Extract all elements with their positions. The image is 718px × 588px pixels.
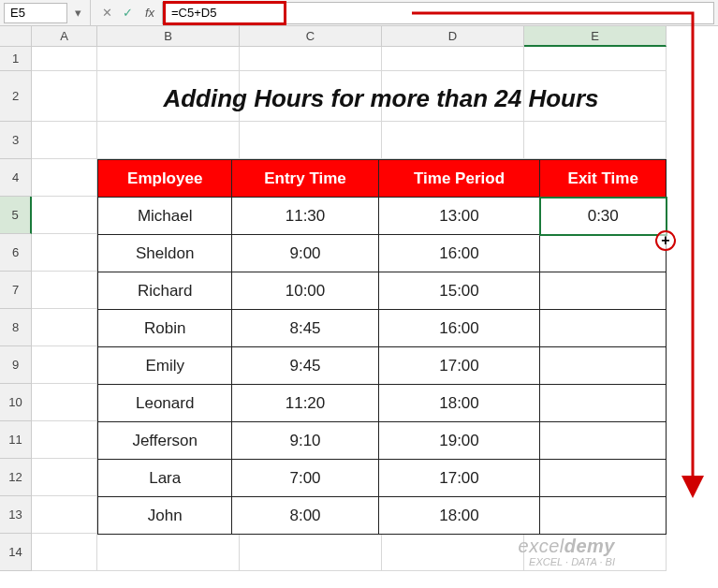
cell[interactable] <box>32 421 97 459</box>
cell-exit[interactable] <box>540 235 667 272</box>
cell-employee[interactable]: Sheldon <box>98 235 232 272</box>
formula-bar: E5 ▾ ✕ ✓ fx =C5+D5 <box>0 0 718 26</box>
cell[interactable] <box>32 459 97 496</box>
cancel-icon[interactable]: ✕ <box>96 6 117 20</box>
col-time-period[interactable]: Time Period <box>378 160 540 198</box>
formula-input[interactable]: =C5+D5 <box>162 2 714 24</box>
row-header-1[interactable]: 1 <box>0 47 32 71</box>
cell-exit[interactable] <box>540 347 667 385</box>
plus-cursor-icon: + <box>661 233 669 248</box>
row-header-14[interactable]: 14 <box>0 534 32 571</box>
cell-employee[interactable]: Richard <box>98 272 232 310</box>
cell-employee[interactable]: Michael <box>98 198 232 235</box>
cell-period[interactable]: 17:00 <box>378 347 540 385</box>
row-header-6[interactable]: 6 <box>0 234 32 272</box>
fx-icon[interactable]: fx <box>138 6 162 20</box>
cell-exit[interactable] <box>540 310 667 347</box>
cell-period[interactable]: 18:00 <box>378 385 540 422</box>
cell-exit[interactable] <box>540 385 667 422</box>
name-box[interactable]: E5 <box>4 3 67 23</box>
col-exit-time[interactable]: Exit Time <box>540 160 667 198</box>
cell-entry[interactable]: 9:00 <box>232 235 378 272</box>
cell-period[interactable]: 16:00 <box>378 235 540 272</box>
cell-period[interactable]: 15:00 <box>378 272 540 310</box>
cell-period[interactable]: 18:00 <box>378 497 540 535</box>
cell[interactable] <box>32 496 97 534</box>
cell[interactable] <box>32 272 97 309</box>
cell[interactable] <box>32 122 97 159</box>
cell[interactable] <box>32 534 97 571</box>
cell-employee[interactable]: John <box>98 497 232 535</box>
fill-handle-cursor-icon[interactable]: + <box>655 230 676 251</box>
cell-employee[interactable]: Leonard <box>98 385 232 422</box>
cell-period[interactable]: 17:00 <box>378 460 540 497</box>
formula-text: =C5+D5 <box>163 1 286 25</box>
cell-entry[interactable]: 9:10 <box>232 422 378 460</box>
col-header-C[interactable]: C <box>240 26 382 47</box>
col-header-D[interactable]: D <box>382 26 524 47</box>
cell[interactable] <box>524 122 667 159</box>
watermark-brand-right: demy <box>564 536 615 556</box>
cell-exit[interactable] <box>540 272 667 310</box>
row-header-7[interactable]: 7 <box>0 272 32 309</box>
cell[interactable] <box>32 197 97 234</box>
cell[interactable] <box>32 234 97 272</box>
cell-entry[interactable]: 9:45 <box>232 347 378 385</box>
row-header-3[interactable]: 3 <box>0 122 32 159</box>
cell[interactable] <box>382 534 524 571</box>
cell[interactable] <box>97 122 240 159</box>
cell[interactable] <box>240 122 382 159</box>
cell[interactable] <box>32 346 97 384</box>
cell-period[interactable]: 16:00 <box>378 310 540 347</box>
row-header-9[interactable]: 9 <box>0 346 32 384</box>
row-header-13[interactable]: 13 <box>0 496 32 534</box>
cell[interactable] <box>382 122 524 159</box>
page-title: Adding Hours for more than 24 Hours <box>105 84 657 113</box>
cell-exit[interactable] <box>540 422 667 460</box>
cell-entry[interactable]: 11:20 <box>232 385 378 422</box>
cell[interactable] <box>240 47 382 71</box>
watermark: exceldemy EXCEL · DATA · BI <box>519 536 615 567</box>
cell-entry[interactable]: 8:00 <box>232 497 378 535</box>
cell[interactable] <box>97 47 240 71</box>
cell-employee[interactable]: Robin <box>98 310 232 347</box>
cell[interactable] <box>240 534 382 571</box>
enter-check-icon[interactable]: ✓ <box>117 6 138 20</box>
col-header-A[interactable]: A <box>32 26 97 47</box>
cell-exit[interactable] <box>540 460 667 497</box>
col-header-E[interactable]: E <box>524 26 667 47</box>
row-header-8[interactable]: 8 <box>0 309 32 346</box>
row-header-4[interactable]: 4 <box>0 159 32 197</box>
row-header-5[interactable]: 5 <box>0 197 32 234</box>
cell-employee[interactable]: Emily <box>98 347 232 385</box>
cell-employee[interactable]: Jefferson <box>98 422 232 460</box>
cell[interactable] <box>32 384 97 421</box>
cell[interactable] <box>32 47 97 71</box>
select-all-corner[interactable] <box>0 26 32 47</box>
cell[interactable] <box>97 534 240 571</box>
cell-entry[interactable]: 11:30 <box>232 198 378 235</box>
col-entry-time[interactable]: Entry Time <box>232 160 378 198</box>
cell-entry[interactable]: 7:00 <box>232 460 378 497</box>
cell-period[interactable]: 19:00 <box>378 422 540 460</box>
row-header-2[interactable]: 2 <box>0 71 32 122</box>
table-row: Emily 9:45 17:00 <box>98 347 667 385</box>
cell-exit-selected[interactable]: 0:30 <box>540 198 667 235</box>
cell[interactable] <box>32 71 97 122</box>
row-header-11[interactable]: 11 <box>0 421 32 459</box>
cell-exit[interactable] <box>540 497 667 535</box>
row-header-12[interactable]: 12 <box>0 459 32 496</box>
cell-entry[interactable]: 8:45 <box>232 310 378 347</box>
cell-entry[interactable]: 10:00 <box>232 272 378 310</box>
cell[interactable] <box>32 309 97 346</box>
cell[interactable] <box>382 47 524 71</box>
cell[interactable] <box>32 159 97 197</box>
col-employee[interactable]: Employee <box>98 160 232 198</box>
cell[interactable] <box>524 47 667 71</box>
cell-employee[interactable]: Lara <box>98 460 232 497</box>
col-header-B[interactable]: B <box>97 26 240 47</box>
name-box-dropdown-icon[interactable]: ▾ <box>71 6 84 20</box>
cell-period[interactable]: 13:00 <box>378 198 540 235</box>
table-header-row: Employee Entry Time Time Period Exit Tim… <box>98 160 667 198</box>
row-header-10[interactable]: 10 <box>0 384 32 421</box>
